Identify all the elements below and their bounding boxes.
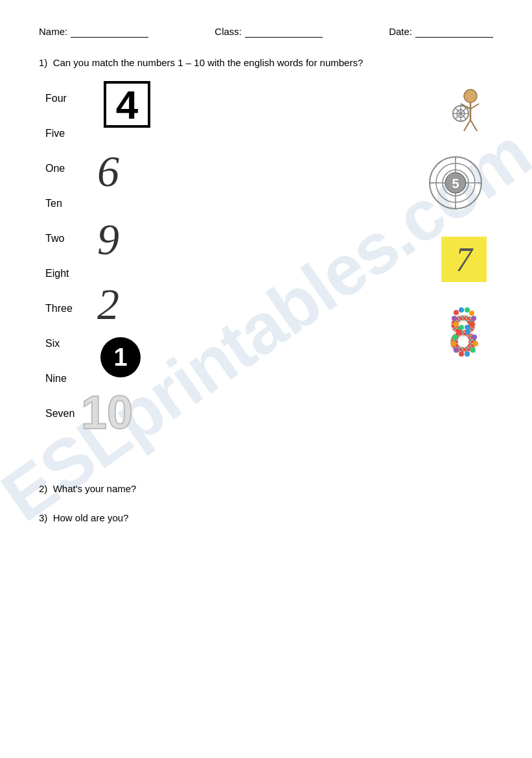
question-3-text: How old are you? [53,512,129,523]
svg-point-32 [465,329,470,335]
question-1-text: 1) Can you match the numbers 1 – 10 with… [39,57,493,68]
worksheet-page: ESLprintables.com Name: Class: Date: 1) … [0,0,532,758]
question-2-text: What's your name? [53,483,137,494]
number-10: 10 [81,386,133,439]
svg-point-36 [459,351,464,357]
svg-line-45 [464,120,470,131]
name-field: Name: [39,26,148,38]
svg-point-38 [470,348,476,353]
svg-point-35 [454,348,459,353]
question-2: 2) What's your name? [39,483,493,494]
number-4-box: 4 [104,81,150,128]
question-3-number: 3) [39,512,47,523]
svg-point-39 [473,341,478,346]
match-area: Four Five One Ten Two Eight Three Six Ni… [39,81,493,470]
svg-point-22 [459,307,464,313]
svg-point-29 [454,322,459,327]
question-1-body: Can you match the numbers 1 – 10 with th… [53,57,364,68]
number-6: 6 [97,146,119,197]
question-1: 1) Can you match the numbers 1 – 10 with… [39,57,493,68]
number-8-colorful: 8 8 8 [439,305,488,360]
svg-point-21 [454,310,459,315]
svg-point-25 [471,316,476,321]
class-field: Class: [214,26,323,38]
number-5-target: 5 [428,156,483,211]
svg-point-40 [472,335,477,340]
question-2-number: 2) [39,483,47,494]
svg-point-33 [452,335,457,340]
questions-section: 2) What's your name? 3) How old are you? [39,483,493,523]
question-1-number: 1) [39,57,47,68]
svg-point-37 [465,351,470,357]
svg-point-23 [465,307,470,313]
svg-point-26 [469,322,474,327]
svg-point-27 [465,325,470,330]
name-label: Name: [39,26,67,38]
number-9: 9 [97,214,119,265]
name-line [71,26,148,38]
question-3: 3) How old are you? [39,512,493,523]
date-label: Date: [389,26,412,38]
svg-point-41 [464,89,477,102]
number-2: 2 [97,279,119,330]
class-label: Class: [214,26,242,38]
svg-line-44 [470,104,479,109]
svg-point-30 [452,316,457,321]
svg-point-24 [469,311,474,316]
date-line [415,26,493,38]
svg-text:5: 5 [452,176,459,191]
number-7-sticky: 7 [441,237,487,282]
number-1-circle: 1 [100,337,141,377]
date-field: Date: [389,26,493,38]
svg-line-46 [470,120,477,131]
svg-point-34 [451,341,456,346]
character-figure [435,84,487,136]
svg-point-28 [459,325,464,330]
class-line [245,26,323,38]
svg-point-31 [456,329,461,335]
header: Name: Class: Date: [39,26,493,38]
